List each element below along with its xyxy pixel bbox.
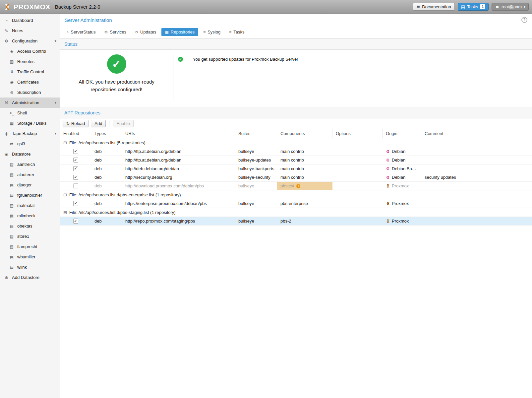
column-header-types[interactable]: Types [91, 129, 122, 138]
repo-comment [421, 199, 532, 208]
column-header-suites[interactable]: Suites [235, 129, 277, 138]
enabled-checkbox[interactable] [73, 183, 78, 188]
repo-row[interactable]: deb https://enterprise.proxmox.com/debia… [60, 199, 532, 208]
tab-syslog[interactable]: ≡ Syslog [200, 28, 224, 36]
documentation-button[interactable]: ≣ Documentation [413, 3, 454, 11]
sidebar-item-storage-disks[interactable]: ▦ Storage / Disks [0, 118, 60, 128]
database-icon: ▤ [9, 214, 15, 218]
tab-updates[interactable]: ↻ Updates [131, 28, 160, 36]
repo-group-header[interactable]: ⊟ File: /etc/apt/sources.list.d/pbs-stag… [60, 208, 532, 217]
sidebar-item-fgruenbichler[interactable]: ▤ fgruenbichler [0, 190, 60, 200]
repo-type: deb [91, 182, 122, 190]
brand-text: PROXMOX [14, 3, 50, 11]
tab-tasks[interactable]: ≡ Tasks [225, 28, 248, 36]
status-section-header: Status [60, 38, 532, 50]
sidebar-item-malmalat[interactable]: ▤ malmalat [0, 200, 60, 211]
enabled-checkbox[interactable] [73, 201, 78, 206]
collapse-icon[interactable]: ⊟ [63, 140, 67, 145]
repo-row[interactable]: deb http://deb.debian.org/debian bullsey… [60, 165, 532, 173]
column-header-options[interactable]: Options [332, 129, 383, 138]
gauge-icon: ◔ [66, 30, 69, 34]
repo-comment [421, 182, 532, 190]
help-icon[interactable]: ? [521, 17, 527, 23]
column-header-enabled[interactable]: Enabled [60, 129, 91, 138]
repo-row[interactable]: deb http://ftp.at.debian.org/debian bull… [60, 156, 532, 165]
sidebar-item-datastore[interactable]: ▣ Datastore [0, 149, 60, 159]
user-menu-button[interactable]: ☻ root@pam ▾ [492, 3, 529, 11]
add-button[interactable]: Add [91, 120, 106, 127]
tasks-button[interactable]: ▤ Tasks 1 [458, 3, 489, 11]
apt-section-header: APT Repositories [60, 107, 532, 118]
sidebar-item-mlimbeck[interactable]: ▤ mlimbeck [0, 211, 60, 221]
gears-icon: ⚙ [104, 30, 108, 34]
warning-icon: ! [296, 184, 300, 188]
repo-row[interactable]: deb http://download.proxmox.com/debian/p… [60, 182, 532, 190]
repo-options [332, 156, 383, 164]
repo-row-selected[interactable]: deb http://repo.proxmox.com/staging/pbs … [60, 217, 532, 226]
tape-drive-icon: ⇄ [9, 142, 15, 146]
repo-origin: Debian [383, 156, 421, 164]
sidebar-item-certificates[interactable]: ◉ Certificates [0, 77, 60, 87]
chevron-down-icon[interactable]: ▾ [54, 100, 56, 105]
repo-row[interactable]: deb http://ftp.at.debian.org/debian bull… [60, 147, 532, 156]
repo-suite: bullseye [235, 199, 277, 208]
sidebar-item-aantreich[interactable]: ▤ aantreich [0, 159, 60, 169]
collapse-icon[interactable]: ⊟ [63, 210, 67, 215]
reload-button[interactable]: ↻ Reload [63, 120, 89, 127]
repo-suite: bullseye [235, 147, 277, 156]
repo-uri: https://enterprise.proxmox.com/debian/pb… [122, 199, 235, 208]
database-icon: ▤ [9, 193, 15, 198]
repo-row[interactable]: deb http://security.debian.org bullseye-… [60, 173, 532, 182]
collapse-icon[interactable]: ⊟ [63, 192, 67, 197]
sidebar-item-tape-backup[interactable]: ◎ Tape Backup ▾ [0, 128, 60, 139]
sidebar-item-notes[interactable]: ✎ Notes [0, 26, 60, 36]
column-header-origin[interactable]: Origin [383, 129, 421, 138]
gauge-icon: ◔ [3, 18, 10, 23]
tab-repositories[interactable]: ▦ Repositories [161, 28, 199, 36]
chevron-down-icon[interactable]: ▾ [54, 131, 56, 136]
enabled-checkbox[interactable] [73, 166, 78, 171]
enabled-checkbox[interactable] [73, 149, 78, 154]
sidebar-item-wlink[interactable]: ▤ wlink [0, 262, 60, 272]
sidebar-item-obektas[interactable]: ▤ obektas [0, 221, 60, 231]
repo-group-header[interactable]: ⊟ File: /etc/apt/sources.list (5 reposit… [60, 138, 532, 147]
chevron-down-icon[interactable]: ▾ [54, 39, 56, 43]
column-header-components[interactable]: Components [277, 129, 332, 138]
database-icon: ▤ [9, 255, 15, 259]
enabled-checkbox[interactable] [73, 175, 78, 180]
proxmox-x-icon [3, 3, 11, 11]
sidebar-item-add-datastore[interactable]: ⊕ Add Datastore [0, 272, 60, 283]
sidebar-item-shell[interactable]: >_ Shell [0, 108, 60, 118]
sidebar-item-qsl3[interactable]: ⇄ qsl3 [0, 139, 60, 149]
repo-comment [421, 147, 532, 156]
sidebar-item-administration[interactable]: ⚒ Administration ▾ [0, 98, 60, 108]
sidebar-item-configuration[interactable]: ⚙ Configuration ▾ [0, 36, 60, 46]
enabled-checkbox[interactable] [73, 158, 78, 163]
database-icon: ▤ [9, 244, 15, 249]
enable-button[interactable]: Enable [113, 120, 133, 127]
sidebar-item-alauterer[interactable]: ▤ alauterer [0, 169, 60, 180]
status-message: All OK, you have production-ready reposi… [76, 78, 157, 94]
sidebar-item-wbumiller[interactable]: ▤ wbumiller [0, 252, 60, 262]
column-header-comment[interactable]: Comment [421, 129, 532, 138]
sidebar-item-djaeger[interactable]: ▤ djaeger [0, 180, 60, 190]
repo-options [332, 165, 383, 173]
sidebar-item-access-control[interactable]: ◈ Access Control [0, 46, 60, 56]
tab-serverstatus[interactable]: ◔ ServerStatus [63, 28, 99, 36]
sidebar-item-traffic-control[interactable]: ⇅ Traffic Control [0, 67, 60, 77]
app: PROXMOX Backup Server 2.2-0 ≣ Documentat… [0, 0, 532, 398]
repo-comment [421, 156, 532, 164]
repo-group-header[interactable]: ⊟ File: /etc/apt/sources.list.d/pbs-ente… [60, 190, 532, 199]
debian-icon [386, 158, 390, 162]
sidebar-item-store1[interactable]: ▤ store1 [0, 231, 60, 241]
ok-check-icon: ✓ [178, 57, 183, 62]
column-header-uris[interactable]: URIs [122, 129, 235, 138]
sidebar-item-tlamprecht[interactable]: ▤ tlamprecht [0, 241, 60, 252]
tab-services[interactable]: ⚙ Services [100, 28, 130, 36]
sidebar-item-remotes[interactable]: ▥ Remotes [0, 56, 60, 67]
sidebar-item-dashboard[interactable]: ◔ Dashboard [0, 15, 60, 26]
add-icon: ⊕ [3, 275, 10, 280]
enabled-checkbox[interactable] [73, 219, 78, 224]
proxmox-icon [386, 219, 390, 223]
sidebar-item-subscription[interactable]: ⊚ Subscription [0, 87, 60, 98]
